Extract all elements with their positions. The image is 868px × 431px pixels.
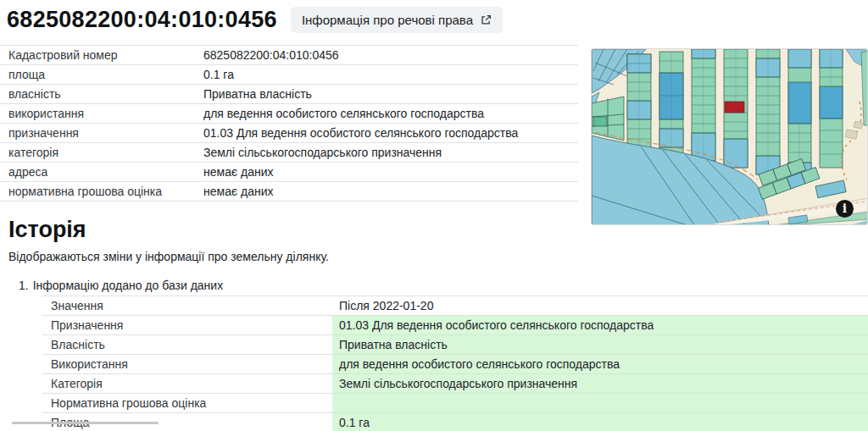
cadastral-map[interactable]: i xyxy=(591,48,868,225)
history-value: 01.03 Для ведення особистого селянського… xyxy=(332,316,868,335)
table-row: Призначення 01.03 Для ведення особистого… xyxy=(42,316,868,335)
history-label: Нормативна грошова оцінка xyxy=(42,394,332,413)
cadastral-map-canvas xyxy=(592,49,868,225)
table-row: Власність Приватна власність xyxy=(42,335,868,355)
table-row: площа 0.1 га xyxy=(0,65,578,85)
table-row: Категорія Землі сільськогосподарського п… xyxy=(42,374,868,394)
info-value: немає даних xyxy=(195,182,578,202)
history-header-value: Після 2022-01-20 xyxy=(332,296,868,316)
table-row: Нормативна грошова оцінка xyxy=(42,394,868,413)
info-value: немає даних xyxy=(195,163,578,182)
info-label: власність xyxy=(0,85,195,104)
history-value: для ведення особистого селянського госпо… xyxy=(332,355,868,374)
table-row: використання для ведення особистого селя… xyxy=(0,104,578,124)
page-header: 6825082200:04:010:0456 Інформація про ре… xyxy=(0,0,868,33)
table-row: категорія Землі сільськогосподарського п… xyxy=(0,143,578,163)
history-label: Призначення xyxy=(42,316,332,335)
page-title: 6825082200:04:010:0456 xyxy=(7,7,277,33)
info-label: Кадастровий номер xyxy=(0,46,195,65)
history-label: Значення xyxy=(42,296,332,316)
history-entry-label: Інформацію додано до бази даних xyxy=(33,279,223,292)
info-label: категорія xyxy=(0,143,195,163)
history-value: Землі сільськогосподарського призначення xyxy=(332,374,868,394)
history-entry: 1.Інформацію додано до бази даних Значен… xyxy=(0,279,868,431)
table-row: нормативна грошова оцінка немає даних xyxy=(0,182,578,202)
history-value: 0.1 га xyxy=(332,413,868,431)
table-row: власність Приватна власність xyxy=(0,85,578,104)
history-description: Відображаються зміни у інформації про зе… xyxy=(8,250,868,263)
history-label: Власність xyxy=(42,335,332,355)
info-value: Землі сільськогосподарського призначення xyxy=(195,143,578,163)
history-table: Значення Після 2022-01-20 Призначення 01… xyxy=(42,296,868,431)
history-label: Категорія xyxy=(42,374,332,394)
info-value: Приватна власність xyxy=(195,85,578,104)
property-rights-button[interactable]: Інформація про речові права xyxy=(291,7,503,33)
map-info-icon[interactable]: i xyxy=(836,200,854,218)
table-row: призначення 01.03 Для ведення особистого… xyxy=(0,124,578,143)
info-label: призначення xyxy=(0,124,195,143)
parcel-info-table: Кадастровий номер 6825082200:04:010:0456… xyxy=(0,45,578,202)
history-value: Приватна власність xyxy=(332,335,868,355)
external-link-icon xyxy=(481,14,492,25)
property-rights-button-label: Інформація про речові права xyxy=(302,13,473,27)
horizontal-scrollbar-thumb[interactable] xyxy=(12,422,159,424)
info-label: адреса xyxy=(0,163,195,182)
table-row: Кадастровий номер 6825082200:04:010:0456 xyxy=(0,46,578,65)
table-row: Значення Після 2022-01-20 xyxy=(42,296,868,316)
table-row: Використання для ведення особистого селя… xyxy=(42,355,868,374)
info-label: площа xyxy=(0,65,195,85)
info-label: використання xyxy=(0,104,195,124)
info-value: 6825082200:04:010:0456 xyxy=(195,46,578,65)
history-label: Використання xyxy=(42,355,332,374)
table-row: Площа 0.1 га xyxy=(42,413,868,431)
info-label: нормативна грошова оцінка xyxy=(0,182,195,202)
info-value: для ведення особистого селянського госпо… xyxy=(195,104,578,124)
history-value xyxy=(332,394,868,413)
info-value: 01.03 Для ведення особистого селянського… xyxy=(195,124,578,143)
table-row: адреса немає даних xyxy=(0,163,578,182)
info-value: 0.1 га xyxy=(195,65,578,85)
history-entry-number: 1. xyxy=(19,279,29,292)
